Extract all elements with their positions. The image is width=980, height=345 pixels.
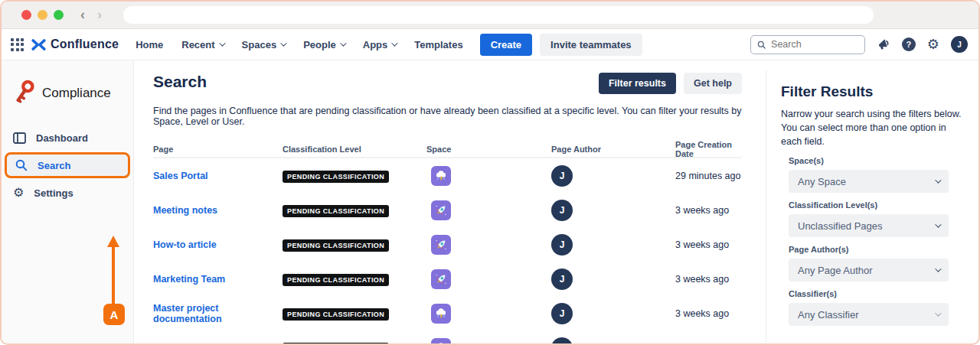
classification-level-select[interactable]: Unclassified Pages (789, 214, 949, 237)
browser-back-icon[interactable]: ‹ (80, 7, 85, 23)
classification-badge: PENDING CLASSIFICATION (283, 171, 389, 183)
announcements-icon[interactable] (877, 37, 890, 51)
author-avatar[interactable]: J (551, 337, 573, 345)
author-avatar[interactable]: J (551, 234, 573, 255)
confluence-logo[interactable]: Confluence (31, 37, 119, 51)
zoom-window-button[interactable] (54, 10, 64, 20)
sidebar-item-search[interactable]: Search (5, 152, 130, 178)
invite-teammates-button[interactable]: Invite teammates (540, 34, 642, 56)
space-avatar[interactable] (431, 235, 451, 255)
page-link[interactable]: How-to article (153, 239, 283, 250)
page-link[interactable]: Marketing Team (153, 274, 283, 285)
author-avatar[interactable]: J (551, 200, 573, 221)
storm-cloud-icon (434, 341, 448, 345)
column-header-classification-level: Classification Level (283, 145, 426, 154)
classification-badge: PENDING CLASSIFICATION (283, 239, 389, 252)
author-avatar[interactable]: J (551, 269, 573, 290)
nav-item-recent[interactable]: Recent (181, 39, 223, 50)
chevron-down-icon (935, 222, 941, 228)
space-avatar[interactable] (431, 338, 451, 345)
filter-panel-title: Filter Results (781, 83, 969, 100)
app-name: Compliance (42, 86, 111, 101)
page-link[interactable]: Meeting notes (153, 343, 283, 345)
space-avatar[interactable] (431, 304, 451, 324)
rocket-icon (434, 203, 448, 217)
chevron-down-icon (219, 40, 225, 46)
classification-badge: PENDING CLASSIFICATION (283, 205, 389, 217)
space-avatar[interactable] (431, 166, 451, 186)
field-label-classification-levels: Classification Level(s) (789, 200, 969, 210)
global-search-input[interactable] (771, 39, 858, 50)
chevron-down-icon (935, 266, 941, 272)
space-avatar[interactable] (431, 200, 451, 220)
filter-results-button[interactable]: Filter results (599, 73, 676, 94)
chevron-down-icon (935, 177, 941, 184)
annotation-arrow-stem (112, 246, 115, 305)
close-window-button[interactable] (21, 10, 31, 20)
page-link[interactable]: Sales Portal (153, 171, 283, 181)
storm-cloud-icon (434, 169, 448, 183)
page-creation-date: 3 weeks ago (675, 205, 742, 216)
page-author-select[interactable]: Any Page Author (789, 259, 949, 282)
panel-divider (766, 70, 766, 342)
spaces-select[interactable]: Any Space (789, 170, 949, 193)
browser-forward-icon[interactable]: › (97, 7, 102, 23)
chevron-down-icon (391, 40, 397, 46)
classification-badge: PENDING CLASSIFICATION (283, 308, 389, 321)
primary-nav: Home Recent Spaces People Apps Templates (136, 39, 463, 50)
nav-item-spaces[interactable]: Spaces (242, 39, 286, 50)
page-creation-date: 3 weeks ago (675, 308, 742, 319)
column-header-page: Page (153, 145, 283, 154)
sidebar-item-label: Dashboard (36, 132, 88, 144)
app-switcher-icon[interactable] (11, 38, 24, 51)
column-header-page-author: Page Author (551, 145, 675, 154)
top-navigation-bar: Confluence Home Recent Spaces People App… (2, 29, 978, 60)
sidebar-item-settings[interactable]: ⚙ Settings (2, 180, 133, 206)
classification-badge: PENDING CLASSIFICATION (283, 274, 389, 286)
filter-results-panel: Filter Results Narrow your search using … (781, 60, 969, 345)
browser-chrome: ‹ › (2, 2, 978, 29)
main-content: Search Filter results Get help Find the … (153, 60, 742, 345)
table-row: How-to article PENDING CLASSIFICATION J … (153, 227, 742, 262)
table-row: Master project documentation PENDING CLA… (153, 296, 742, 330)
nav-item-home[interactable]: Home (136, 39, 163, 50)
create-button[interactable]: Create (480, 34, 532, 56)
author-avatar[interactable]: J (551, 165, 573, 187)
global-search-box[interactable] (750, 35, 865, 54)
space-avatar[interactable] (431, 269, 451, 289)
page-description: Find the pages in Confluence that are pe… (153, 106, 742, 127)
chevron-down-icon (935, 311, 941, 317)
sidebar-item-label: Search (38, 160, 70, 171)
settings-gear-icon[interactable]: ⚙ (927, 37, 939, 51)
sidebar-item-dashboard[interactable]: Dashboard (2, 125, 133, 151)
search-icon (757, 40, 766, 50)
field-label-classifiers: Classifier(s) (789, 289, 969, 298)
help-icon[interactable]: ? (902, 37, 916, 51)
app-window: ‹ › Confluence Home Recent Spaces People… (0, 0, 980, 345)
nav-item-apps[interactable]: Apps (363, 39, 397, 50)
rocket-icon (434, 272, 448, 286)
confluence-mark-icon (31, 38, 46, 51)
table-header-row: Page Classification Level Space Page Aut… (153, 140, 742, 158)
confluence-logo-text: Confluence (51, 37, 119, 51)
page-creation-date: 29 minutes ago (675, 171, 742, 181)
rocket-icon (434, 238, 448, 252)
get-help-button[interactable]: Get help (684, 73, 742, 94)
page-creation-date: 3 weeks ago (675, 239, 742, 250)
classifier-select[interactable]: Any Classifier (789, 303, 949, 326)
compliance-sidebar: Compliance Dashboard Search ⚙ Settings A (2, 60, 134, 345)
browser-address-bar[interactable] (123, 6, 874, 24)
field-label-page-authors: Page Author(s) (789, 245, 969, 254)
page-link[interactable]: Master project documentation (153, 303, 283, 324)
nav-item-people[interactable]: People (303, 39, 345, 50)
field-label-spaces: Space(s) (789, 156, 969, 165)
search-icon (15, 159, 28, 171)
page-creation-date: 3 weeks ago (675, 343, 742, 345)
filter-panel-description: Narrow your search using the filters bel… (781, 107, 969, 148)
author-avatar[interactable]: J (551, 303, 573, 324)
page-link[interactable]: Meeting notes (153, 205, 283, 216)
user-avatar[interactable]: J (951, 36, 968, 53)
minimize-window-button[interactable] (38, 10, 47, 20)
chevron-down-icon (280, 40, 286, 46)
nav-item-templates[interactable]: Templates (414, 39, 462, 50)
